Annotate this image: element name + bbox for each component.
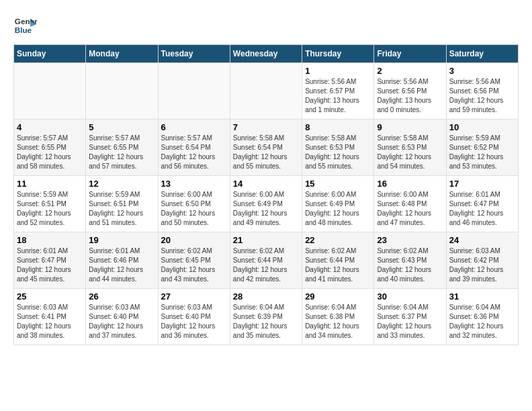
calendar-cell bbox=[14, 63, 86, 120]
day-number: 4 bbox=[17, 122, 83, 132]
calendar-cell: 18Sunrise: 6:01 AM Sunset: 6:47 PM Dayli… bbox=[14, 232, 86, 289]
day-info: Sunrise: 6:04 AM Sunset: 6:39 PM Dayligh… bbox=[233, 303, 299, 340]
day-number: 12 bbox=[89, 179, 154, 189]
day-number: 30 bbox=[377, 291, 443, 302]
calendar-week-row: 11Sunrise: 5:59 AM Sunset: 6:51 PM Dayli… bbox=[14, 176, 519, 232]
day-number: 3 bbox=[449, 66, 515, 76]
day-number: 18 bbox=[17, 235, 83, 245]
calendar-cell: 2Sunrise: 5:56 AM Sunset: 6:56 PM Daylig… bbox=[374, 63, 446, 120]
calendar-cell bbox=[230, 63, 302, 120]
calendar-cell bbox=[158, 63, 230, 120]
day-info: Sunrise: 5:59 AM Sunset: 6:51 PM Dayligh… bbox=[17, 190, 83, 228]
calendar-cell: 29Sunrise: 6:04 AM Sunset: 6:38 PM Dayli… bbox=[302, 289, 374, 345]
calendar-cell: 25Sunrise: 6:03 AM Sunset: 6:41 PM Dayli… bbox=[14, 289, 86, 345]
day-info: Sunrise: 6:01 AM Sunset: 6:47 PM Dayligh… bbox=[449, 190, 515, 228]
day-info: Sunrise: 6:02 AM Sunset: 6:45 PM Dayligh… bbox=[161, 246, 227, 284]
day-info: Sunrise: 6:04 AM Sunset: 6:37 PM Dayligh… bbox=[377, 303, 443, 340]
calendar-cell: 11Sunrise: 5:59 AM Sunset: 6:51 PM Dayli… bbox=[14, 176, 86, 232]
day-info: Sunrise: 5:57 AM Sunset: 6:55 PM Dayligh… bbox=[17, 134, 83, 171]
day-number: 2 bbox=[377, 66, 443, 76]
day-info: Sunrise: 5:58 AM Sunset: 6:53 PM Dayligh… bbox=[377, 134, 443, 171]
day-info: Sunrise: 6:00 AM Sunset: 6:49 PM Dayligh… bbox=[233, 190, 299, 228]
day-number: 25 bbox=[17, 291, 83, 302]
day-info: Sunrise: 6:02 AM Sunset: 6:44 PM Dayligh… bbox=[305, 246, 371, 284]
calendar-cell: 17Sunrise: 6:01 AM Sunset: 6:47 PM Dayli… bbox=[446, 176, 518, 232]
calendar-cell: 3Sunrise: 5:56 AM Sunset: 6:56 PM Daylig… bbox=[446, 63, 518, 120]
day-number: 6 bbox=[161, 122, 227, 132]
calendar-cell: 22Sunrise: 6:02 AM Sunset: 6:44 PM Dayli… bbox=[302, 232, 374, 289]
weekday-header-wednesday: Wednesday bbox=[230, 45, 302, 63]
day-number: 13 bbox=[161, 179, 227, 189]
calendar-cell: 14Sunrise: 6:00 AM Sunset: 6:49 PM Dayli… bbox=[230, 176, 302, 232]
calendar-cell: 13Sunrise: 6:00 AM Sunset: 6:50 PM Dayli… bbox=[158, 176, 230, 232]
weekday-header-row: SundayMondayTuesdayWednesdayThursdayFrid… bbox=[14, 45, 519, 63]
day-info: Sunrise: 5:56 AM Sunset: 6:57 PM Dayligh… bbox=[305, 77, 371, 115]
calendar-cell: 4Sunrise: 5:57 AM Sunset: 6:55 PM Daylig… bbox=[14, 120, 86, 176]
calendar-cell: 5Sunrise: 5:57 AM Sunset: 6:55 PM Daylig… bbox=[86, 120, 158, 176]
day-number: 9 bbox=[377, 122, 443, 132]
day-info: Sunrise: 6:02 AM Sunset: 6:43 PM Dayligh… bbox=[377, 246, 443, 284]
day-info: Sunrise: 5:58 AM Sunset: 6:54 PM Dayligh… bbox=[233, 134, 299, 171]
svg-text:Blue: Blue bbox=[15, 26, 32, 34]
day-number: 28 bbox=[233, 291, 299, 302]
calendar-cell: 15Sunrise: 6:00 AM Sunset: 6:49 PM Dayli… bbox=[302, 176, 374, 232]
page-header: General Blue bbox=[13, 13, 519, 38]
calendar-cell: 24Sunrise: 6:03 AM Sunset: 6:42 PM Dayli… bbox=[446, 232, 518, 289]
day-number: 16 bbox=[377, 179, 443, 189]
day-number: 23 bbox=[377, 235, 443, 245]
calendar-cell: 1Sunrise: 5:56 AM Sunset: 6:57 PM Daylig… bbox=[302, 63, 374, 120]
day-info: Sunrise: 6:01 AM Sunset: 6:47 PM Dayligh… bbox=[17, 246, 83, 284]
day-info: Sunrise: 6:03 AM Sunset: 6:40 PM Dayligh… bbox=[161, 303, 227, 340]
calendar-table: SundayMondayTuesdayWednesdayThursdayFrid… bbox=[13, 44, 519, 345]
calendar-week-row: 1Sunrise: 5:56 AM Sunset: 6:57 PM Daylig… bbox=[14, 63, 519, 120]
weekday-header-tuesday: Tuesday bbox=[158, 45, 230, 63]
calendar-cell: 10Sunrise: 5:59 AM Sunset: 6:52 PM Dayli… bbox=[446, 120, 518, 176]
day-number: 7 bbox=[233, 122, 299, 132]
day-number: 21 bbox=[233, 235, 299, 245]
weekday-header-thursday: Thursday bbox=[302, 45, 374, 63]
calendar-cell: 26Sunrise: 6:03 AM Sunset: 6:40 PM Dayli… bbox=[86, 289, 158, 345]
day-number: 31 bbox=[449, 291, 515, 302]
day-number: 5 bbox=[89, 122, 154, 132]
calendar-cell: 30Sunrise: 6:04 AM Sunset: 6:37 PM Dayli… bbox=[374, 289, 446, 345]
calendar-cell: 23Sunrise: 6:02 AM Sunset: 6:43 PM Dayli… bbox=[374, 232, 446, 289]
day-info: Sunrise: 5:58 AM Sunset: 6:53 PM Dayligh… bbox=[305, 134, 371, 171]
calendar-week-row: 4Sunrise: 5:57 AM Sunset: 6:55 PM Daylig… bbox=[14, 120, 519, 176]
day-number: 29 bbox=[305, 291, 371, 302]
calendar-cell: 27Sunrise: 6:03 AM Sunset: 6:40 PM Dayli… bbox=[158, 289, 230, 345]
calendar-cell: 7Sunrise: 5:58 AM Sunset: 6:54 PM Daylig… bbox=[230, 120, 302, 176]
calendar-week-row: 18Sunrise: 6:01 AM Sunset: 6:47 PM Dayli… bbox=[14, 232, 519, 289]
calendar-cell: 19Sunrise: 6:01 AM Sunset: 6:46 PM Dayli… bbox=[86, 232, 158, 289]
day-number: 22 bbox=[305, 235, 371, 245]
day-info: Sunrise: 5:57 AM Sunset: 6:55 PM Dayligh… bbox=[89, 134, 154, 171]
day-info: Sunrise: 6:00 AM Sunset: 6:49 PM Dayligh… bbox=[305, 190, 371, 228]
day-number: 19 bbox=[89, 235, 154, 245]
day-info: Sunrise: 6:03 AM Sunset: 6:42 PM Dayligh… bbox=[449, 246, 515, 284]
day-info: Sunrise: 6:01 AM Sunset: 6:46 PM Dayligh… bbox=[89, 246, 154, 284]
day-number: 15 bbox=[305, 179, 371, 189]
calendar-cell: 20Sunrise: 6:02 AM Sunset: 6:45 PM Dayli… bbox=[158, 232, 230, 289]
day-number: 27 bbox=[161, 291, 227, 302]
logo: General Blue bbox=[13, 13, 38, 38]
day-info: Sunrise: 5:57 AM Sunset: 6:54 PM Dayligh… bbox=[161, 134, 227, 171]
calendar-cell bbox=[86, 63, 158, 120]
day-number: 10 bbox=[449, 122, 515, 132]
calendar-week-row: 25Sunrise: 6:03 AM Sunset: 6:41 PM Dayli… bbox=[14, 289, 519, 345]
day-number: 26 bbox=[89, 291, 154, 302]
day-number: 14 bbox=[233, 179, 299, 189]
calendar-cell: 9Sunrise: 5:58 AM Sunset: 6:53 PM Daylig… bbox=[374, 120, 446, 176]
weekday-header-monday: Monday bbox=[86, 45, 158, 63]
day-info: Sunrise: 6:00 AM Sunset: 6:48 PM Dayligh… bbox=[377, 190, 443, 228]
day-info: Sunrise: 5:59 AM Sunset: 6:51 PM Dayligh… bbox=[89, 190, 154, 228]
day-info: Sunrise: 6:03 AM Sunset: 6:41 PM Dayligh… bbox=[17, 303, 83, 340]
weekday-header-saturday: Saturday bbox=[446, 45, 518, 63]
calendar-cell: 16Sunrise: 6:00 AM Sunset: 6:48 PM Dayli… bbox=[374, 176, 446, 232]
calendar-cell: 8Sunrise: 5:58 AM Sunset: 6:53 PM Daylig… bbox=[302, 120, 374, 176]
day-number: 8 bbox=[305, 122, 371, 132]
calendar-cell: 28Sunrise: 6:04 AM Sunset: 6:39 PM Dayli… bbox=[230, 289, 302, 345]
calendar-cell: 21Sunrise: 6:02 AM Sunset: 6:44 PM Dayli… bbox=[230, 232, 302, 289]
day-info: Sunrise: 5:59 AM Sunset: 6:52 PM Dayligh… bbox=[449, 134, 515, 171]
day-number: 24 bbox=[449, 235, 515, 245]
day-info: Sunrise: 6:00 AM Sunset: 6:50 PM Dayligh… bbox=[161, 190, 227, 228]
day-number: 11 bbox=[17, 179, 83, 189]
